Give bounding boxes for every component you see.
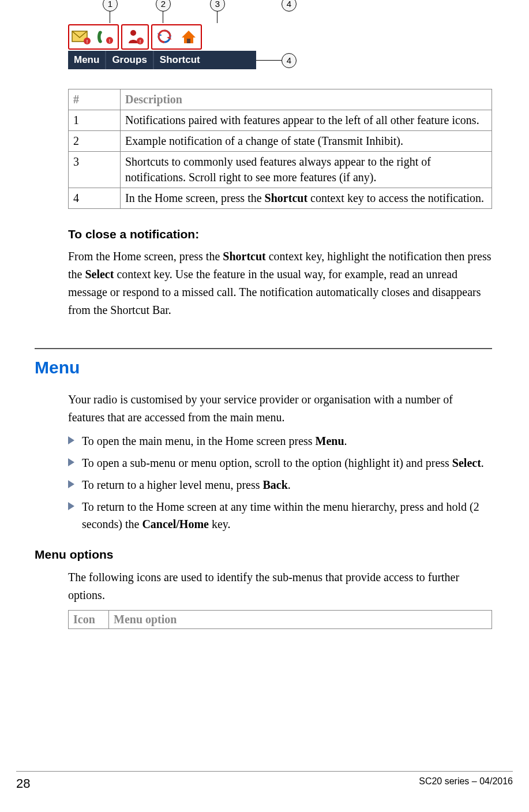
bold-select: Select: [85, 268, 114, 280]
svg-point-5: [130, 30, 136, 36]
callout-4-label: 4: [287, 55, 291, 65]
close-notification-heading: To close a notification:: [68, 226, 492, 242]
shortcuts-group: [151, 24, 202, 50]
callout-2: 2: [156, 0, 171, 12]
transmit-inhibit-icon-box: !: [121, 24, 149, 50]
table-row: 4 In the Home screen, press the Shortcut…: [69, 188, 492, 209]
svg-text:!: !: [140, 39, 141, 44]
th-num: #: [69, 89, 121, 110]
text: To return to a higher level menu, press: [82, 478, 263, 491]
toolbar-mock: ! ! !: [68, 23, 256, 69]
callout-3: 3: [210, 0, 225, 12]
bold: Back: [263, 478, 288, 491]
footer-rule: [16, 771, 513, 772]
cell-num: 3: [69, 152, 121, 188]
cell-text: context key to access the notification.: [307, 192, 484, 204]
bold: Select: [452, 456, 481, 469]
cell-text: Notifications paired with features appea…: [125, 114, 479, 126]
bold-shortcut: Shortcut: [223, 250, 265, 263]
list-item: To return to a higher level menu, press …: [68, 476, 492, 493]
cell-text: In the Home screen, press the: [125, 192, 265, 204]
menubar-groups: Groups: [106, 51, 153, 69]
phone-alert-icon: !: [95, 27, 117, 47]
cell-desc: Example notification of a change of stat…: [121, 131, 492, 152]
revision-label: SC20 series – 04/2016: [419, 776, 513, 791]
text: To open a sub-menu or menu option, scrol…: [82, 456, 452, 469]
bold: Menu: [316, 435, 344, 447]
text: .: [288, 478, 291, 491]
text: To open the main menu, in the Home scree…: [82, 435, 316, 447]
menu-steps-list: To open the main menu, in the Home scree…: [68, 432, 492, 533]
cell-desc: Shortcuts to commonly used features alwa…: [121, 152, 492, 188]
cell-num: 2: [69, 131, 121, 152]
menu-options-heading: Menu options: [35, 547, 492, 562]
cell-desc: Notifications paired with features appea…: [121, 110, 492, 131]
text: key.: [209, 518, 231, 530]
cell-desc: In the Home screen, press the Shortcut c…: [121, 188, 492, 209]
table-row: 3 Shortcuts to commonly used features al…: [69, 152, 492, 188]
table-row: 1 Notifications paired with features app…: [69, 110, 492, 131]
bold: Cancel/Home: [142, 518, 209, 530]
text: .: [344, 435, 347, 447]
menu-heading: Menu: [35, 357, 492, 378]
menubar-shortcut: Shortcut: [154, 51, 206, 69]
cell-text: Shortcuts to commonly used features alwa…: [125, 155, 431, 184]
list-item: To return to the Home screen at any time…: [68, 498, 492, 533]
shortcut-bar-figure: 1 2 3 4 4 ! !: [68, 0, 492, 83]
page-footer: 28 SC20 series – 04/2016: [16, 776, 513, 791]
page-number: 28: [16, 776, 30, 791]
svg-rect-8: [187, 39, 190, 43]
cell-num: 4: [69, 188, 121, 209]
text: .: [481, 456, 484, 469]
svg-text:!: !: [109, 38, 111, 44]
menu-options-intro: The following icons are used to identify…: [68, 568, 492, 604]
refresh-icon: [153, 27, 175, 47]
menubar-menu: Menu: [68, 51, 106, 69]
th-icon: Icon: [69, 610, 109, 628]
mail-alert-icon: !: [70, 27, 92, 47]
notification-group: ! !: [68, 24, 119, 50]
menu-intro: Your radio is customised by your service…: [68, 391, 492, 426]
table-row: 2 Example notification of a change of st…: [69, 131, 492, 152]
callout-1: 1: [103, 0, 118, 12]
section-divider: [35, 348, 492, 349]
text: From the Home screen, press the: [68, 250, 223, 263]
description-table: # Description 1 Notifications paired wit…: [68, 89, 492, 209]
cell-bold: Shortcut: [265, 192, 307, 204]
th-desc: Description: [121, 89, 492, 110]
menu-options-table: Icon Menu option: [68, 610, 492, 629]
callout-4b: 4: [282, 53, 297, 68]
th-menuoption: Menu option: [109, 610, 492, 628]
list-item: To open the main menu, in the Home scree…: [68, 432, 492, 450]
close-notification-body: From the Home screen, press the Shortcut…: [68, 248, 492, 319]
svg-text:!: !: [87, 39, 88, 44]
cell-text: Example notification of a change of stat…: [125, 134, 403, 147]
list-item: To open a sub-menu or menu option, scrol…: [68, 454, 492, 472]
cell-num: 1: [69, 110, 121, 131]
callout-4: 4: [282, 0, 297, 12]
home-icon: [178, 27, 200, 47]
text: context key. Use the feature in the usua…: [68, 268, 481, 316]
person-alert-icon: !: [124, 27, 146, 47]
menubar-mock: Menu Groups Shortcut: [68, 51, 256, 69]
